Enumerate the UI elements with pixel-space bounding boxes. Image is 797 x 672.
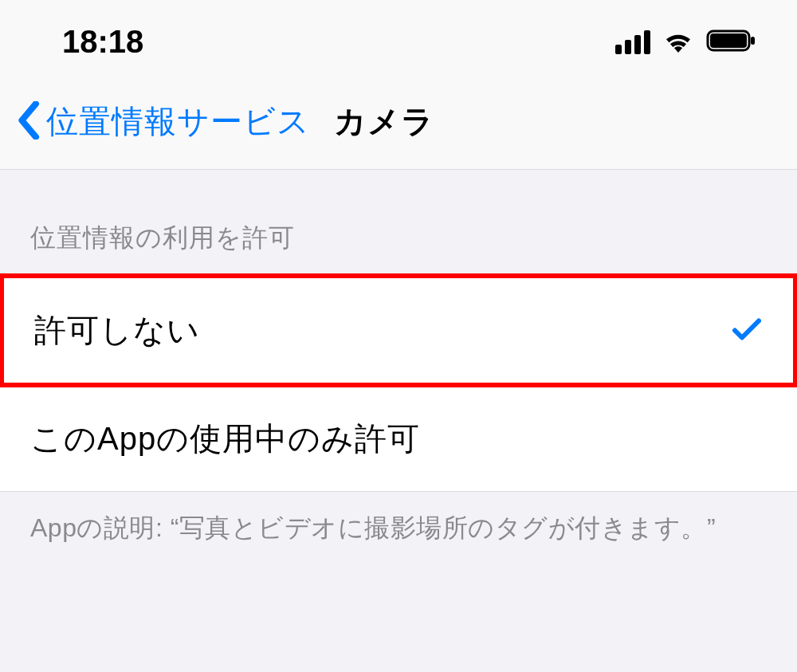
wifi-icon	[662, 29, 695, 56]
cellular-signal-icon	[615, 30, 650, 54]
battery-icon	[706, 29, 757, 56]
option-never[interactable]: 許可しない	[0, 273, 797, 387]
status-icons	[615, 29, 757, 56]
status-bar: 18:18	[0, 0, 797, 82]
back-button[interactable]: 位置情報サービス	[18, 100, 310, 143]
svg-rect-1	[710, 33, 747, 48]
section-header: 位置情報の利用を許可	[0, 170, 797, 273]
page-title: カメラ	[334, 100, 434, 143]
section-footer: Appの説明: “写真とビデオに撮影場所のタグが付きます。”	[0, 492, 797, 565]
navigation-bar: 位置情報サービス カメラ	[0, 82, 797, 170]
option-label: 許可しない	[34, 308, 200, 352]
status-time: 18:18	[62, 24, 143, 60]
permission-option-list: 許可しない このAppの使用中のみ許可	[0, 273, 797, 492]
content-area: 位置情報の利用を許可 許可しない このAppの使用中のみ許可 Appの説明: “…	[0, 170, 797, 565]
option-label: このAppの使用中のみ許可	[30, 417, 420, 461]
back-label: 位置情報サービス	[46, 100, 310, 143]
option-while-using[interactable]: このAppの使用中のみ許可	[0, 387, 797, 491]
svg-rect-2	[751, 37, 755, 45]
checkmark-icon	[732, 316, 761, 345]
chevron-left-icon	[18, 101, 41, 143]
